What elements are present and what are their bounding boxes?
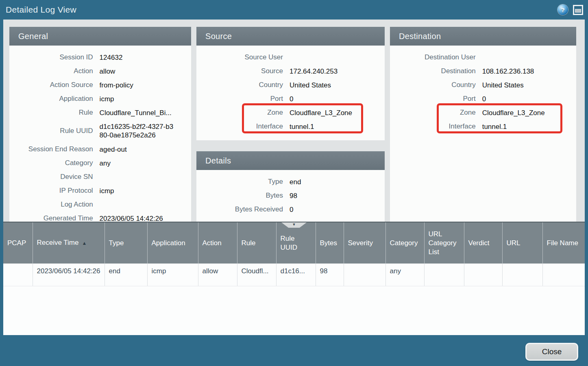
column-header-application[interactable]: Application [147,222,198,264]
destination-panel-header: Destination [390,27,576,46]
field-value: United States [482,81,576,89]
details-panel-header: Details [196,151,385,170]
window-restore-icon[interactable] [573,5,583,15]
field-value: 172.64.240.253 [290,67,385,76]
source-panel-body: Source User Source172.64.240.253 Country… [196,46,385,140]
field-value: icmp [100,187,191,195]
field-label: Source User [196,53,283,61]
field-row-rule: RuleCloudflare_Tunnel_Bi... [9,106,191,120]
field-label: Rule UUID [9,127,93,135]
field-label: Action Source [9,81,93,89]
log-table: PCAP Receive Time▲ Type Application Acti… [3,222,585,286]
field-label: Log Action [9,200,93,209]
column-header-receive-time[interactable]: Receive Time▲ [33,222,105,264]
field-row-bytes-received: Bytes Received0 [196,203,385,216]
field-row-destination-interface: Interfacetunnel.1 [390,120,576,133]
field-row-action-source: Action Sourcefrom-policy [9,78,191,92]
field-label: IP Protocol [9,187,93,195]
field-row-device-sn: Device SN [9,170,191,184]
field-row-session-end-reason: Session End Reasonaged-out [9,142,191,156]
column-header-severity[interactable]: Severity [344,222,385,264]
source-panel: Source Source User Source172.64.240.253 … [196,27,385,140]
destination-panel: Destination Destination User Destination… [390,27,576,222]
field-value: 0 [482,95,576,103]
field-row-type: Typeend [196,175,385,189]
help-icon[interactable]: ? [558,4,568,15]
destination-panel-body: Destination User Destination108.162.236.… [390,46,576,222]
column-header-pcap[interactable]: PCAP [3,222,33,264]
field-row-destination-user: Destination User [390,50,576,64]
field-value: d1c16235-b2f2-4327-b380-0ae1875e2a26 [100,122,179,139]
field-row-session-id: Session ID124632 [9,50,191,64]
general-panel-body: Session ID124632 Actionallow Action Sour… [9,46,191,222]
column-header-bytes[interactable]: Bytes [316,222,344,264]
field-row-action: Actionallow [9,64,191,78]
table-header-row: PCAP Receive Time▲ Type Application Acti… [3,222,585,264]
field-value: tunnel.1 [482,122,576,131]
field-label: Zone [390,109,476,117]
field-label: Device SN [9,173,93,181]
field-row-rule-uuid: Rule UUIDd1c16235-b2f2-4327-b380-0ae1875… [9,120,191,142]
field-label: Destination [390,67,476,75]
field-value: icmp [100,95,191,103]
field-value: Cloudflare_L3_Zone [290,109,385,117]
log-detail-panels: General Session ID124632 Actionallow Act… [3,20,585,222]
cell-bytes: 98 [316,264,344,286]
field-value: United States [290,81,385,89]
field-row-destination-zone: ZoneCloudflare_L3_Zone [390,106,576,120]
field-value: from-policy [100,81,191,89]
field-label: Category [9,159,93,167]
titlebar-icons: ? [558,4,583,15]
field-value: 98 [290,192,385,200]
column-header-category[interactable]: Category [385,222,424,264]
field-row-application: Applicationicmp [9,92,191,106]
field-label: Port [196,95,283,103]
details-panel-body: Typeend Bytes98 Bytes Received0 [196,170,385,222]
field-value: tunnel.1 [290,122,385,131]
cell-severity [344,264,385,286]
column-header-action[interactable]: Action [198,222,237,264]
field-row-source-interface: Interfacetunnel.1 [196,120,385,133]
cell-verdict [464,264,502,286]
column-header-url-category-list[interactable]: URL Category List [424,222,464,264]
field-value: 0 [290,205,385,214]
column-header-url[interactable]: URL [502,222,542,264]
field-row-destination-port: Port0 [390,92,576,106]
dialog-footer: Close [0,335,588,366]
field-row-source: Source172.64.240.253 [196,64,385,78]
field-value: allow [100,67,191,76]
field-value: 124632 [100,53,191,62]
splitter-arrow-icon: ▼ [292,222,296,227]
field-row-source-zone: ZoneCloudflare_L3_Zone [196,106,385,120]
field-row-source-user: Source User [196,50,385,64]
field-label: Bytes Received [196,205,283,214]
table-row[interactable]: 2023/06/05 14:42:26 end icmp allow Cloud… [3,264,585,286]
field-label: Port [390,95,476,103]
field-label: Rule [9,109,93,117]
field-row-category: Categoryany [9,156,191,170]
column-header-rule[interactable]: Rule [237,222,276,264]
cell-url-category-list [424,264,464,286]
field-label: Session End Reason [9,145,93,153]
middle-column: Source Source User Source172.64.240.253 … [196,27,385,222]
field-value: 2023/06/05 14:42:26 [100,214,191,222]
column-header-file-name[interactable]: File Name [542,222,585,264]
field-value: Cloudflare_Tunnel_Bi... [100,109,191,117]
cell-type: end [105,264,147,286]
source-panel-header: Source [196,27,385,46]
details-panel: Details Typeend Bytes98 Bytes Received0 [196,151,385,222]
cell-receive-time: 2023/06/05 14:42:26 [33,264,105,286]
column-header-type[interactable]: Type [105,222,147,264]
cell-file-name [542,264,585,286]
general-panel: General Session ID124632 Actionallow Act… [9,27,191,222]
field-label: Action [9,67,93,75]
close-button[interactable]: Close [525,343,578,361]
cell-category: any [385,264,424,286]
field-label: Country [390,81,476,89]
detailed-log-view-dialog: Detailed Log View ? General Session ID12… [0,0,588,366]
field-value: 0 [290,95,385,103]
column-header-verdict[interactable]: Verdict [464,222,502,264]
column-header-rule-uuid[interactable]: Rule UUID [276,222,316,264]
cell-url [502,264,542,286]
field-label: Type [196,178,283,186]
